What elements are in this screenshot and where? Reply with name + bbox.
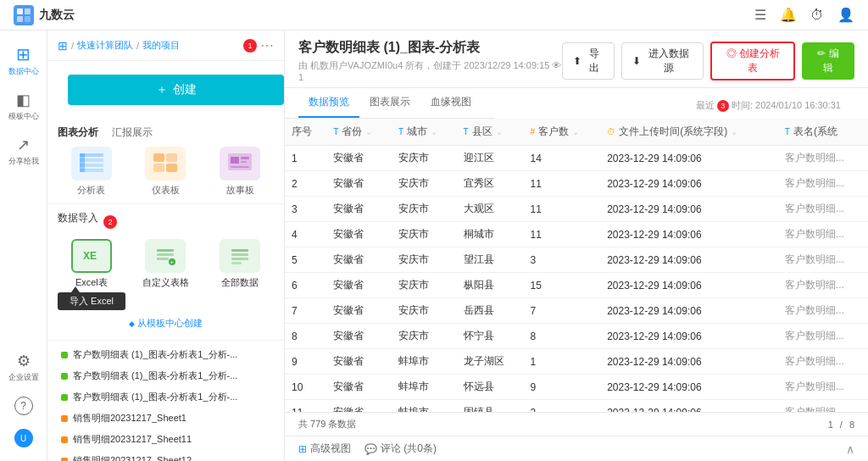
file-item-6[interactable]: 销售明细20231217_Sheet12 — [58, 450, 274, 461]
table-row[interactable]: 3 安徽省 安庆市 大观区 11 2023-12-29 14:09:06 客户数… — [285, 197, 868, 222]
file-dot-green-3 — [61, 394, 68, 401]
into-data-icon: ⬇ — [632, 55, 641, 67]
cell-count: 14 — [523, 146, 600, 171]
svg-rect-0 — [17, 8, 23, 14]
sidebar-label-share-me: 分享给我 — [8, 156, 39, 167]
file-item-4[interactable]: 销售明细20231217_Sheet1 — [58, 408, 274, 429]
user-avatar-icon: U — [14, 429, 33, 447]
from-template-link[interactable]: 从模板中心创建 — [58, 314, 274, 333]
create-analysis-button[interactable]: ◎ 创建分析表 — [710, 42, 795, 81]
excel-import-icon: XE — [71, 239, 112, 273]
custom-import-item[interactable]: + 自定义表格 — [132, 239, 200, 289]
time-icon[interactable]: ⏱ — [810, 8, 824, 23]
col-header-province[interactable]: T 省份 ⌄ — [326, 119, 392, 146]
comments-tab[interactable]: 💬 评论 (共0条) — [364, 442, 437, 456]
view-tabs: 数据预览 图表展示 血缘视图 — [285, 88, 495, 119]
table-row[interactable]: 9 安徽省 蚌埠市 龙子湖区 1 2023-12-29 14:09:06 客户数… — [285, 349, 868, 375]
grid-item-dashboard[interactable]: 仪表板 — [132, 147, 200, 197]
table-row[interactable]: 5 安徽省 安庆市 望江县 3 2023-12-29 14:09:06 客户数明… — [285, 247, 868, 273]
province-sort-icon[interactable]: ⌄ — [365, 127, 372, 136]
table-row[interactable]: 11 安徽省 蚌埠市 固镇县 2 2023-12-29 14:09:06 客户数… — [285, 400, 868, 413]
table-row[interactable]: 2 安徽省 安庆市 宜秀区 11 2023-12-29 14:09:06 客户数… — [285, 171, 868, 197]
col-header-table-name[interactable]: T 表名(系统 — [778, 119, 868, 146]
file-dot-orange-5 — [61, 436, 68, 443]
excel-import-item[interactable]: XE Excel表 — [58, 239, 125, 289]
grid-item-storyboard[interactable]: 故事板 — [206, 147, 274, 197]
cell-table: 客户数明细... — [778, 400, 868, 413]
main-area: ⊞ 数据中心 ◧ 模板中心 ↗ 分享给我 ⚙ 企业设置 ? U — [0, 31, 868, 461]
analysis-section: 图表分析 汇报展示 — [47, 119, 284, 203]
pagination: 1 / 8 — [828, 419, 854, 430]
province-type-icon: T — [333, 127, 338, 136]
share-me-icon: ↗ — [17, 136, 30, 154]
col-header-city[interactable]: T 城市 ⌄ — [392, 119, 457, 146]
table-row[interactable]: 8 安徽省 安庆市 怀宁县 8 2023-12-29 14:09:06 客户数明… — [285, 324, 868, 349]
table-row[interactable]: 10 安徽省 蚌埠市 怀远县 9 2023-12-29 14:09:06 客户数… — [285, 375, 868, 400]
file-item-1[interactable]: 客户数明细表 (1)_图表-分析表1_分析-... — [58, 344, 274, 365]
cell-table: 客户数明细... — [778, 247, 868, 273]
page-total: 8 — [849, 419, 854, 430]
tab-lineage[interactable]: 血缘视图 — [420, 88, 481, 118]
county-label: 县区 — [472, 125, 492, 139]
tab-chart-display[interactable]: 图表展示 — [359, 88, 420, 118]
sidebar-item-template-center[interactable]: ◧ 模板中心 — [0, 84, 47, 129]
cell-count: 7 — [523, 298, 600, 324]
cell-province: 安徽省 — [326, 197, 392, 222]
collapse-button[interactable]: ∧ — [846, 442, 854, 456]
user-icon[interactable]: 👤 — [837, 7, 854, 23]
import-tooltip: 导入 Excel — [58, 292, 125, 310]
tab-report[interactable]: 汇报展示 — [112, 125, 153, 140]
svg-text:+: + — [170, 259, 174, 264]
table-row[interactable]: 6 安徽省 安庆市 枞阳县 15 2023-12-29 14:09:06 客户数… — [285, 273, 868, 298]
sidebar-item-user[interactable]: U — [0, 422, 47, 454]
create-button[interactable]: ＋ 创建 — [68, 75, 284, 105]
menu-icon[interactable]: ☰ — [754, 7, 766, 23]
sidebar-item-data-center[interactable]: ⊞ 数据中心 — [0, 37, 47, 84]
col-header-customer-count[interactable]: # 客户数 ⌄ — [523, 119, 600, 146]
tab-data-preview[interactable]: 数据预览 — [298, 88, 359, 118]
logo: 九数云 — [14, 5, 75, 25]
file-item-2[interactable]: 客户数明细表 (1)_图表-分析表1_分析-... — [58, 365, 274, 386]
export-button[interactable]: ⬆ 导出 — [562, 42, 615, 80]
tab-chart-analysis[interactable]: 图表分析 — [58, 125, 98, 140]
cell-county: 固镇县 — [457, 400, 524, 413]
grid-item-analysis-table[interactable]: 分析表 — [58, 147, 125, 197]
more-options-icon[interactable]: ⋯ — [260, 37, 274, 53]
file-item-3[interactable]: 客户数明细表 (1)_图表-分析表1_分析-... — [58, 386, 274, 408]
sidebar-item-share-me[interactable]: ↗ 分享给我 — [0, 129, 47, 174]
edit-button[interactable]: ✏ 编辑 — [802, 42, 854, 80]
cell-county: 望江县 — [457, 247, 524, 273]
breadcrumb-team[interactable]: 快速计算团队 — [77, 39, 133, 52]
table-container[interactable]: 序号 T 省份 ⌄ T 城市 — [285, 119, 868, 412]
sidebar-item-enterprise[interactable]: ⚙ 企业设置 — [0, 345, 47, 390]
count-sort-icon[interactable]: ⌄ — [572, 127, 579, 136]
col-header-county[interactable]: T 县区 ⌄ — [457, 119, 524, 146]
storyboard-label: 故事板 — [226, 184, 254, 197]
bell-icon[interactable]: 🔔 — [780, 7, 797, 23]
count-type-icon: # — [530, 127, 535, 136]
breadcrumb-project[interactable]: 我的项目 — [142, 39, 180, 52]
cell-province: 安徽省 — [326, 324, 392, 349]
city-sort-icon[interactable]: ⌄ — [431, 127, 437, 136]
table-row[interactable]: 7 安徽省 安庆市 岳西县 7 2023-12-29 14:09:06 客户数明… — [285, 298, 868, 324]
table-row[interactable]: 4 安徽省 安庆市 桐城市 11 2023-12-29 14:09:06 客户数… — [285, 222, 868, 247]
file-item-5[interactable]: 销售明细20231217_Sheet11 — [58, 429, 274, 450]
import-badge: 2 — [103, 215, 117, 229]
col-header-upload-time[interactable]: ⏱ 文件上传时间(系统字段) ⌄ — [600, 119, 778, 146]
all-data-import-item[interactable]: 全部数据 — [206, 239, 274, 289]
tooltip-arrow — [71, 286, 80, 292]
table-row[interactable]: 1 安徽省 安庆市 迎江区 14 2023-12-29 14:09:06 客户数… — [285, 146, 868, 171]
cell-table: 客户数明细... — [778, 324, 868, 349]
sidebar-item-help[interactable]: ? — [0, 390, 47, 422]
into-data-button[interactable]: ⬇ 进入数据源 — [621, 42, 704, 80]
time-header: ⏱ 文件上传时间(系统字段) ⌄ — [607, 125, 771, 139]
svg-rect-22 — [157, 253, 174, 256]
cell-province: 安徽省 — [326, 400, 392, 413]
svg-rect-8 — [80, 153, 85, 172]
export-icon: ⬆ — [573, 55, 581, 67]
time-sort-icon[interactable]: ⌄ — [731, 127, 737, 136]
advanced-view-tab[interactable]: ⊞ 高级视图 — [298, 442, 351, 456]
file-name-6: 销售明细20231217_Sheet12 — [73, 454, 192, 461]
county-sort-icon[interactable]: ⌄ — [496, 127, 503, 136]
template-center-icon: ◧ — [16, 91, 31, 109]
